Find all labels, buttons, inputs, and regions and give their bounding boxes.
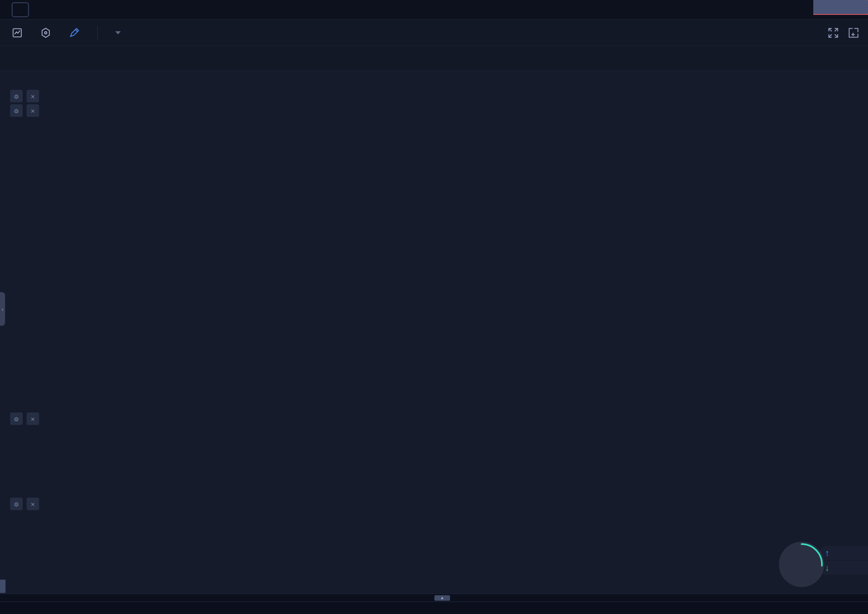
macd-info-row: ⚙ × (5, 498, 49, 510)
download-speed-pill: ↓ (820, 561, 868, 575)
boll-info-row: ⚙ × (5, 90, 49, 102)
boll-settings-icon[interactable]: ⚙ (10, 90, 23, 102)
boll-close-icon[interactable]: × (27, 90, 39, 102)
ma-info-row: ⚙ × (5, 104, 49, 117)
loading-progress-circle (779, 542, 824, 587)
crosshair-date-badge (0, 580, 5, 593)
down-arrow-icon: ↓ (825, 563, 829, 573)
macd-close-icon[interactable]: × (27, 498, 39, 510)
ma-close-icon[interactable]: × (27, 104, 39, 117)
scrollbar-expand-handle[interactable]: ▲ (434, 595, 450, 601)
upload-speed-pill: ↑ (820, 546, 868, 560)
macd-settings-icon[interactable]: ⚙ (10, 498, 23, 510)
rsi-settings-icon[interactable]: ⚙ (10, 412, 23, 425)
ma-settings-icon[interactable]: ⚙ (10, 104, 23, 117)
indicator-tabs-row2 (0, 565, 813, 579)
kline-chart[interactable] (0, 0, 868, 614)
rsi-info-row: ⚙ × (5, 412, 49, 425)
rsi-close-icon[interactable]: × (27, 412, 39, 425)
indicator-tabs-row1 (0, 480, 813, 494)
rsi-value-badge (813, 0, 868, 14)
bottom-tab-bar (0, 602, 868, 614)
up-arrow-icon: ↑ (825, 548, 829, 558)
bottom-scrollbar: ▲ (0, 594, 868, 602)
side-panel-toggle[interactable]: ‹ (0, 292, 5, 326)
